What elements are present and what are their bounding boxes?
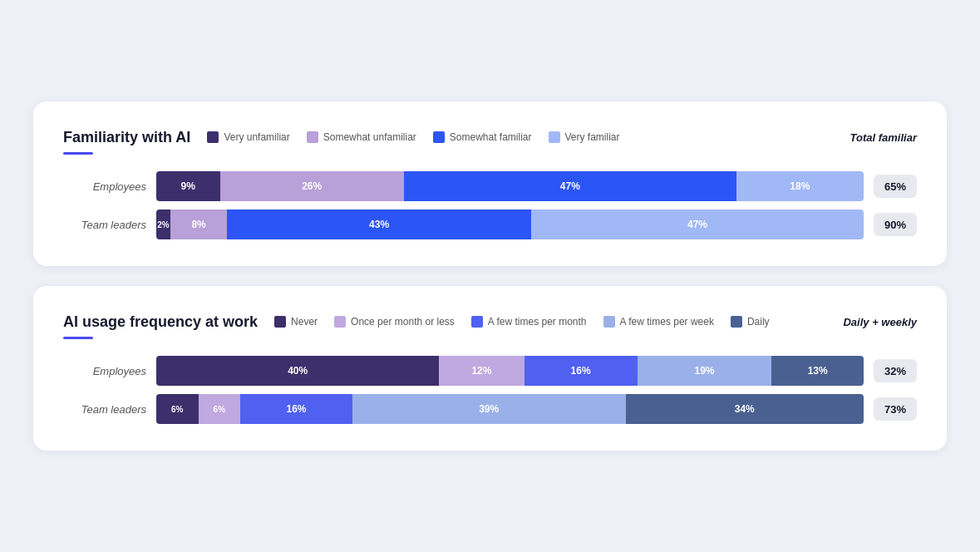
chart-row: Employees9%26%47%18%65% [63, 171, 917, 201]
legend-item-once-per-month: Once per month or less [334, 316, 455, 328]
row-label: Employees [63, 180, 146, 193]
usage-total-label: Daily + weekly [842, 313, 917, 328]
legend-label-never: Never [291, 316, 318, 328]
familiarity-header: Familiarity with AI Very unfamiliarSomew… [63, 128, 917, 155]
legend-dot-somewhat-unfamiliar [307, 131, 318, 143]
legend-label-somewhat-unfamiliar: Somewhat unfamiliar [323, 131, 416, 143]
bar-segment: 6% [199, 394, 241, 424]
usage-title-underline [63, 337, 93, 339]
bar-segment: 19% [638, 356, 772, 386]
legend-dot-few-times-week [603, 316, 615, 328]
familiarity-legend: Very unfamiliarSomewhat unfamiliarSomewh… [207, 128, 842, 143]
usage-title: AI usage frequency at work [63, 313, 274, 339]
legend-item-somewhat-familiar: Somewhat familiar [433, 131, 532, 143]
usage-header: AI usage frequency at work NeverOnce per… [63, 313, 917, 339]
legend-dot-daily [731, 316, 742, 328]
bar-segment: 39% [352, 394, 626, 424]
familiarity-total-label: Total familiar [842, 128, 917, 144]
usage-card: AI usage frequency at work NeverOnce per… [33, 286, 947, 451]
bar-container: 9%26%47%18% [156, 171, 864, 201]
legend-dot-few-times-month [471, 316, 483, 328]
legend-item-somewhat-unfamiliar: Somewhat unfamiliar [307, 131, 416, 143]
legend-item-very-familiar: Very familiar [549, 131, 620, 143]
bar-segment: 8% [170, 209, 227, 239]
bar-segment: 18% [736, 171, 864, 201]
legend-label-very-familiar: Very familiar [565, 131, 620, 143]
legend-dot-once-per-month [334, 316, 346, 328]
total-badge: 32% [874, 359, 917, 382]
familiarity-card: Familiarity with AI Very unfamiliarSomew… [33, 101, 947, 266]
legend-item-never: Never [274, 316, 318, 328]
bar-segment: 47% [404, 171, 736, 201]
bar-segment: 13% [771, 356, 864, 386]
bar-segment: 34% [626, 394, 864, 424]
chart-row: Team leaders2%8%43%47%90% [63, 209, 917, 239]
bar-segment: 16% [240, 394, 352, 424]
usage-rows: Employees40%12%16%19%13%32%Team leaders6… [63, 356, 917, 424]
legend-label-once-per-month: Once per month or less [351, 316, 455, 328]
legend-item-few-times-month: A few times per month [471, 316, 587, 328]
legend-label-very-unfamiliar: Very unfamiliar [224, 131, 289, 143]
legend-item-very-unfamiliar: Very unfamiliar [207, 131, 289, 143]
bar-segment: 2% [156, 209, 170, 239]
row-label: Team leaders [63, 219, 146, 231]
legend-label-few-times-month: A few times per month [488, 316, 587, 328]
legend-dot-never [274, 316, 286, 328]
bar-segment: 16% [524, 356, 638, 386]
legend-label-few-times-week: A few times per week [620, 316, 714, 328]
familiarity-rows: Employees9%26%47%18%65%Team leaders2%8%4… [63, 171, 917, 239]
row-label: Employees [63, 365, 146, 377]
total-badge: 90% [874, 213, 917, 236]
familiarity-title: Familiarity with AI [63, 128, 207, 155]
legend-dot-very-unfamiliar [207, 131, 219, 143]
total-badge: 65% [874, 175, 917, 198]
total-badge: 73% [874, 397, 917, 421]
bar-segment: 6% [156, 394, 199, 424]
bar-segment: 43% [227, 209, 531, 239]
row-label: Team leaders [63, 403, 146, 416]
bar-segment: 26% [220, 171, 404, 201]
bar-segment: 9% [156, 171, 220, 201]
legend-item-few-times-week: A few times per week [603, 316, 714, 328]
bar-container: 2%8%43%47% [156, 209, 864, 239]
usage-legend: NeverOnce per month or lessA few times p… [274, 313, 842, 328]
title-underline [63, 152, 93, 155]
bar-segment: 12% [439, 356, 524, 386]
bar-container: 6%6%16%39%34% [156, 394, 864, 424]
legend-item-daily: Daily [731, 316, 770, 328]
legend-dot-somewhat-familiar [433, 131, 445, 143]
chart-row: Employees40%12%16%19%13%32% [63, 356, 917, 386]
legend-label-somewhat-familiar: Somewhat familiar [450, 131, 532, 143]
bar-segment: 47% [531, 209, 864, 239]
legend-dot-very-familiar [549, 131, 560, 143]
chart-row: Team leaders6%6%16%39%34%73% [63, 394, 917, 424]
bar-segment: 40% [156, 356, 439, 386]
bar-container: 40%12%16%19%13% [156, 356, 864, 386]
legend-label-daily: Daily [747, 316, 770, 328]
